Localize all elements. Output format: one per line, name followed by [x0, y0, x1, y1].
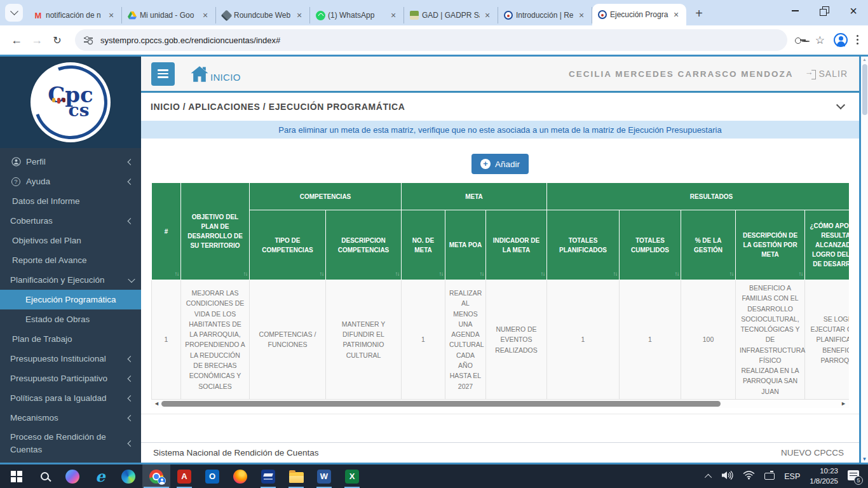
sidebar-item-politicas-para-la-igualdad[interactable]: Políticas para la Igualdad — [0, 388, 141, 408]
column-header-indicador[interactable]: INDICADOR DE LA META — [486, 210, 547, 280]
sidebar-item-estado-de-obras[interactable]: Estado de Obras — [0, 309, 141, 329]
tab-close-icon[interactable] — [294, 10, 304, 20]
volume-icon[interactable] — [721, 470, 733, 483]
sort-icon[interactable] — [395, 269, 400, 278]
column-header-descripcion-gestion[interactable]: DESCRIPCIÓN DE LA GESTIÓN POR META — [736, 210, 805, 280]
sort-icon[interactable] — [320, 269, 324, 278]
sort-icon[interactable] — [729, 269, 734, 278]
address-bar[interactable]: systempro.cpccs.gob.ec/rendicioncuentas/… — [75, 29, 787, 51]
notification-center-button[interactable]: 5 — [848, 470, 862, 483]
tab-gad[interactable]: GAD | GADPR Sa — [404, 7, 498, 24]
sort-icon[interactable] — [799, 269, 803, 278]
hidden-icons-chevron-icon[interactable] — [705, 473, 712, 480]
sort-icon[interactable] — [480, 269, 484, 278]
tab-close-icon[interactable] — [388, 10, 398, 20]
taskbar-firefox[interactable] — [226, 464, 254, 488]
scroll-right-arrow-icon[interactable] — [841, 400, 846, 408]
sidebar-item-objetivos-del-plan[interactable]: Objetivos del Plan — [0, 231, 141, 250]
column-header-descripcion-competencias[interactable]: DESCRIPCION COMPETENCIAS — [326, 210, 402, 280]
vertical-scroll-thumb[interactable] — [862, 64, 867, 115]
taskbar-internet-explorer[interactable] — [86, 464, 114, 488]
tab-search-button[interactable] — [5, 4, 23, 22]
sort-icon[interactable] — [439, 269, 444, 278]
scroll-left-arrow-icon[interactable] — [154, 400, 159, 408]
vertical-scrollbar[interactable] — [859, 57, 868, 463]
url-text[interactable]: systempro.cpccs.gob.ec/rendicioncuentas/… — [100, 36, 280, 45]
site-settings-icon[interactable] — [84, 36, 94, 44]
tab-close-icon[interactable] — [482, 10, 492, 20]
taskbar-copilot[interactable] — [58, 464, 86, 488]
profile-avatar-icon[interactable] — [834, 33, 848, 47]
tab-drive[interactable]: Mi unidad - Goo — [122, 7, 216, 24]
tab-close-icon[interactable] — [671, 10, 681, 20]
tab-ejecucion-programatica[interactable]: Ejecución Progra — [592, 4, 686, 25]
horizontal-scrollbar[interactable] — [151, 400, 849, 408]
horizontal-scroll-thumb[interactable] — [161, 401, 721, 407]
sidebar-item-perfil[interactable]: Perfil — [0, 152, 141, 172]
breadcrumb-chevron-down-icon[interactable] — [836, 100, 845, 109]
scroll-up-arrow-icon[interactable] — [861, 57, 868, 62]
column-header-como-aporta[interactable]: ¿CÓMO APORTA EL RESULTADO ALCANZADO AL L… — [805, 210, 849, 280]
tab-introduccion[interactable]: Introducción | Re — [498, 7, 592, 24]
taskbar-search-button[interactable] — [31, 464, 58, 488]
sidebar-item-ejecucion-programatica[interactable]: Ejecución Programática — [0, 290, 141, 309]
sidebar-item-presupuesto-institucional[interactable]: Presupuesto Institucional — [0, 349, 141, 369]
tab-close-icon[interactable] — [106, 10, 116, 20]
taskbar-outlook[interactable] — [198, 464, 226, 488]
restore-button[interactable] — [810, 0, 839, 22]
sidebar-item-coberturas[interactable]: Coberturas — [0, 211, 141, 231]
column-header-totales-cumplidos[interactable]: TOTALES CUMPLIDOS — [620, 210, 681, 280]
sidebar-item-datos-del-informe[interactable]: Datos del Informe — [0, 191, 141, 211]
language-indicator[interactable]: ESP — [784, 472, 800, 481]
column-header-num[interactable]: # — [152, 183, 181, 280]
bookmark-star-icon[interactable] — [815, 34, 825, 47]
sort-icon[interactable] — [541, 269, 545, 278]
table-row[interactable]: 1 MEJORAR LAS CONDICIONES DE VIDA DE LOS… — [152, 280, 850, 400]
sidebar-toggle-button[interactable] — [151, 62, 175, 86]
scroll-down-arrow-icon[interactable] — [861, 456, 868, 462]
tab-close-icon[interactable] — [200, 10, 210, 20]
sidebar-item-plan-de-trabajo[interactable]: Plan de Trabajo — [0, 329, 141, 349]
taskbar-scanner[interactable] — [254, 464, 282, 488]
browser-menu-icon[interactable] — [857, 35, 859, 45]
cast-icon[interactable] — [764, 473, 775, 480]
start-button[interactable] — [3, 464, 31, 488]
taskbar-word[interactable] — [310, 464, 338, 488]
wifi-icon[interactable] — [743, 470, 755, 482]
sort-icon[interactable] — [243, 269, 248, 278]
column-header-no-de-meta[interactable]: NO. DE META — [402, 210, 445, 280]
sort-icon[interactable] — [675, 269, 679, 278]
taskbar-chrome[interactable] — [142, 464, 170, 488]
tab-gmail[interactable]: notificación de n — [28, 7, 122, 24]
logout-button[interactable]: SALIR — [805, 69, 848, 79]
sort-icon[interactable] — [613, 269, 618, 278]
sidebar-item-presupuesto-participativo[interactable]: Presupuesto Participativo — [0, 369, 141, 388]
sidebar-item-planificacion-y-ejecucion[interactable]: Planificación y Ejecución — [0, 270, 141, 290]
sidebar-item-proceso-de-rendicion-de-cuentas[interactable]: Proceso de Rendición de Cuentas — [0, 428, 141, 459]
column-header-tipo-competencias[interactable]: TIPO DE COMPETENCIAS — [250, 210, 326, 280]
add-button[interactable]: Añadir — [471, 154, 529, 174]
taskbar-edge[interactable] — [114, 464, 142, 488]
password-manager-icon[interactable] — [795, 36, 806, 44]
column-header-totales-planificados[interactable]: TOTALES PLANIFICADOS — [547, 210, 620, 280]
close-window-button[interactable] — [839, 0, 868, 22]
sidebar-item-mecanismos[interactable]: Mecanismos — [0, 408, 141, 428]
tab-close-icon[interactable] — [576, 10, 587, 20]
column-header-objetivo[interactable]: OBJETIVO DEL PLAN DE DESARROLLO DE SU TE… — [181, 183, 250, 280]
reload-button[interactable] — [47, 30, 67, 50]
taskbar-excel[interactable] — [338, 464, 366, 488]
back-button[interactable] — [6, 30, 27, 50]
tab-whatsapp[interactable]: (1) WhatsApp — [310, 7, 404, 24]
sidebar-item-ayuda[interactable]: Ayuda — [0, 172, 141, 191]
column-header-meta-poa[interactable]: META POA — [445, 210, 486, 280]
sort-icon[interactable] — [175, 269, 179, 278]
home-link[interactable]: INICIO — [190, 65, 241, 83]
clock[interactable]: 10:23 1/8/2025 — [810, 466, 838, 486]
minimize-button[interactable] — [780, 0, 810, 22]
tab-roundcube[interactable]: Roundcube Web — [216, 7, 310, 24]
column-header-pct-gestion[interactable]: % DE LA GESTIÓN — [681, 210, 736, 280]
forward-button[interactable] — [27, 30, 47, 50]
sidebar-item-reporte-del-avance[interactable]: Reporte del Avance — [0, 250, 141, 270]
taskbar-file-explorer[interactable] — [282, 464, 310, 488]
taskbar-acrobat[interactable] — [170, 464, 198, 488]
